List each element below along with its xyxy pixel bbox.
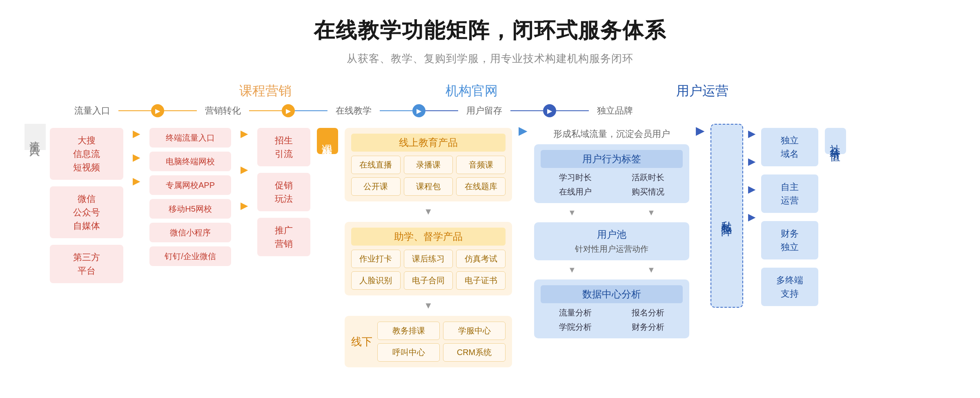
behavior-item-3: 在线用户 xyxy=(541,186,610,197)
mktg-item-4: 移动H5网校 xyxy=(149,199,231,219)
flow-arrow-2: ▶ xyxy=(282,104,295,117)
data-item-2: 报名分析 xyxy=(613,307,683,318)
flow-arrow-1: ▶ xyxy=(151,104,164,117)
flow-traffic: 流量入口 xyxy=(66,105,118,117)
arr-private-3: ▶ xyxy=(748,183,755,195)
edu-down-2: ▼ xyxy=(345,300,512,311)
flow-arrow-4: ▶ xyxy=(543,104,556,117)
offline-label: 线下 xyxy=(351,335,372,349)
edu-item-3: 音频课 xyxy=(456,156,506,174)
offline-item-3: 呼叫中心 xyxy=(377,343,440,362)
behavior-item-4: 购买情况 xyxy=(613,186,683,197)
category-official: 机构官网 xyxy=(445,83,498,98)
brand-item-4: 多终端支持 xyxy=(761,268,818,306)
retention-down-2: ▼ ▼ xyxy=(534,265,689,275)
category-marketing: 课程营销 xyxy=(239,83,292,98)
conversion-col: 招生引流 促销玩法 推广营销 xyxy=(253,124,314,260)
left-entry-label: 流量入口 xyxy=(24,124,46,150)
arr-traffic-1: ▶ xyxy=(128,128,145,139)
traffic-item-2: 微信公众号自媒体 xyxy=(50,186,123,238)
private-matrix-col: 私域矩阵 xyxy=(710,124,743,308)
edu-item-6: 在线题库 xyxy=(456,177,506,196)
retention-note: 形成私域流量，沉淀会员用户 xyxy=(534,128,689,140)
behavior-items: 学习时长 活跃时长 在线用户 购买情况 xyxy=(541,172,683,197)
online-products-title: 线上教育产品 xyxy=(351,134,506,152)
brand-col: 独立域名 自主运营 财务独立 多终端支持 xyxy=(757,124,822,310)
user-pool-title: 用户池 xyxy=(541,228,683,241)
offline-block: 线下 教务排课 学服中心 呼叫中心 CRM系统 xyxy=(345,316,512,367)
mktg-item-1: 终端流量入口 xyxy=(149,128,231,148)
social-value-label: 社会价值 xyxy=(825,128,846,154)
assist-item-3: 仿真考试 xyxy=(456,250,506,268)
arr-mktg-3: ▶ xyxy=(236,200,252,211)
behavior-tags-title: 用户行为标签 xyxy=(541,150,683,168)
brand-item-2: 自主运营 xyxy=(761,174,818,213)
data-item-1: 流量分析 xyxy=(541,307,610,318)
user-pool-sub: 针对性用户运营动作 xyxy=(541,244,683,255)
arr-edu-retention: ▶ xyxy=(519,124,528,137)
mktg-item-5: 微信小程序 xyxy=(149,223,231,242)
assist-products-grid: 作业打卡 课后练习 仿真考试 人脸识别 电子合同 电子证书 xyxy=(351,250,506,290)
offline-grid: 教务排课 学服中心 呼叫中心 CRM系统 xyxy=(377,322,506,362)
page-subtitle: 从获客、教学、复购到学服，用专业技术构建机构服务闭环 xyxy=(24,51,956,66)
data-item-3: 学院分析 xyxy=(541,322,610,333)
data-item-4: 财务分析 xyxy=(613,322,683,333)
assist-item-4: 人脸识别 xyxy=(351,271,401,290)
arr-mktg-1: ▶ xyxy=(236,128,252,139)
offline-item-2: 学服中心 xyxy=(443,322,506,340)
main-content: 流量入口 大搜信息流短视频 微信公众号自媒体 第三方平台 ▶ ▶ ▶ 终端流量入… xyxy=(24,124,956,380)
mktg-item-2: 电脑终端网校 xyxy=(149,152,231,171)
page-header: 在线教学功能矩阵，闭环式服务体系 从获客、教学、复购到学服，用专业技术构建机构服… xyxy=(24,16,956,66)
flow-online: 在线教学 xyxy=(327,105,380,117)
data-analysis-grid: 流量分析 报名分析 学院分析 财务分析 xyxy=(541,307,683,333)
traffic-col: 大搜信息流短视频 微信公众号自媒体 第三方平台 xyxy=(46,124,127,287)
behavior-item-1: 学习时长 xyxy=(541,172,610,183)
edu-item-5: 课程包 xyxy=(404,177,453,196)
arr-private-2: ▶ xyxy=(748,156,755,167)
mktg-item-3: 专属网校APP xyxy=(149,175,231,195)
brand-item-3: 财务独立 xyxy=(761,221,818,259)
offline-item-4: CRM系统 xyxy=(443,343,506,362)
arr-private-1: ▶ xyxy=(748,128,755,139)
brand-item-1: 独立域名 xyxy=(761,128,818,166)
assist-item-6: 电子证书 xyxy=(456,271,506,290)
mktg-item-6: 钉钉/企业微信 xyxy=(149,246,231,266)
flow-brand: 独立品牌 xyxy=(589,105,641,117)
data-analysis-block: 数据中心分析 流量分析 报名分析 学院分析 财务分析 xyxy=(534,279,689,338)
arr-traffic-2: ▶ xyxy=(128,152,145,163)
arr-traffic-3: ▶ xyxy=(128,175,145,187)
online-products-grid: 在线直播 录播课 音频课 公开课 课程包 在线题库 xyxy=(351,156,506,196)
edu-item-2: 录播课 xyxy=(404,156,453,174)
edu-down-1: ▼ xyxy=(345,206,512,217)
conv-item-3: 推广营销 xyxy=(257,218,310,256)
category-userops: 用户运营 xyxy=(676,83,728,98)
assist-products-title: 助学、督学产品 xyxy=(351,228,506,246)
assist-products-block: 助学、督学产品 作业打卡 课后练习 仿真考试 人脸识别 电子合同 电子证书 xyxy=(345,222,512,295)
edu-item-4: 公开课 xyxy=(351,177,401,196)
traffic-item-1: 大搜信息流短视频 xyxy=(50,128,123,180)
conv-item-1: 招生引流 xyxy=(257,128,310,166)
private-matrix-label: 私域矩阵 xyxy=(710,124,743,308)
behavior-item-2: 活跃时长 xyxy=(613,172,683,183)
user-pool-block: 用户池 针对性用户运营动作 xyxy=(534,222,689,260)
course-purchase-label: 课程购买 xyxy=(317,128,338,154)
flow-arrow-3: ▶ xyxy=(412,104,425,117)
user-retention-col: 形成私域流量，沉淀会员用户 用户行为标签 学习时长 活跃时长 在线用户 购买情况… xyxy=(530,124,693,342)
online-products-block: 线上教育产品 在线直播 录播课 音频课 公开课 课程包 在线题库 xyxy=(345,128,512,201)
edu-item-1: 在线直播 xyxy=(351,156,401,174)
online-edu-col: 线上教育产品 在线直播 录播课 音频课 公开课 课程包 在线题库 ▼ 助学、督学… xyxy=(341,124,516,371)
arr-retention-private: ▶ xyxy=(696,124,705,137)
traffic-item-3: 第三方平台 xyxy=(50,245,123,283)
conv-item-2: 促销玩法 xyxy=(257,173,310,211)
retention-down-1: ▼ ▼ xyxy=(534,208,689,217)
flow-bar: 流量入口 ▶ 营销转化 ▶ 在线教学 ▶ 用户留存 ▶ 独立品牌 xyxy=(24,104,956,117)
assist-item-2: 课后练习 xyxy=(404,250,453,268)
flow-retention: 用户留存 xyxy=(458,105,510,117)
behavior-tags-block: 用户行为标签 学习时长 活跃时长 在线用户 购买情况 xyxy=(534,144,689,203)
offline-item-1: 教务排课 xyxy=(377,322,440,340)
marketing-col: 终端流量入口 电脑终端网校 专属网校APP 移动H5网校 微信小程序 钉钉/企业… xyxy=(145,124,235,270)
arr-private-4: ▶ xyxy=(748,211,755,223)
data-analysis-title: 数据中心分析 xyxy=(541,285,683,303)
page-title: 在线教学功能矩阵，闭环式服务体系 xyxy=(24,16,956,45)
arr-mktg-2: ▶ xyxy=(236,164,252,175)
